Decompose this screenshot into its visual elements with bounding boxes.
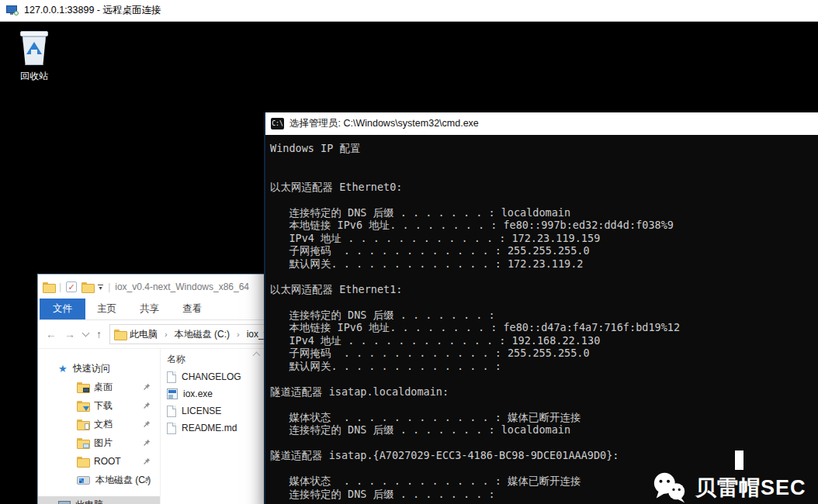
qat-new-folder-icon[interactable] [81,282,93,292]
exe-icon [167,388,178,399]
address-folder-icon [114,330,126,339]
back-arrow-icon[interactable]: ← [46,328,57,340]
recycle-bin-label: 回收站 [9,70,59,83]
sidebar-item-documents[interactable]: 文档 [38,415,160,433]
sidebar-item-pictures[interactable]: 图片 [38,433,160,452]
cmd-icon: C:\ [271,118,284,129]
this-pc-icon [58,501,70,504]
remote-desktop-icon [6,5,19,16]
pin-icon [143,420,151,428]
sidebar-item-this-pc[interactable]: 此电脑 [38,496,160,504]
ipconfig-output: Windows IP 配置 以太网适配器 Ethernet0: 连接特定的 DN… [270,142,818,500]
qat-customize-dropdown-icon[interactable]: ▾ [98,283,103,290]
cmd-window: C:\ 选择管理员: C:\Windows\system32\cmd.exe W… [264,112,818,504]
sidebar-item-local-disk-c[interactable]: 本地磁盘 (C:) [38,471,160,489]
downloads-folder-icon [77,401,88,410]
sidebar-item-root[interactable]: ROOT [38,452,160,471]
sidebar-item-downloads[interactable]: 下载 [38,396,160,415]
root-folder-icon [77,457,88,466]
tab-home[interactable]: 主页 [85,299,128,319]
file-name: LICENSE [182,406,221,416]
cmd-window-title: 选择管理员: C:\Windows\system32\cmd.exe [289,117,479,130]
wechat-icon [652,471,688,504]
quick-access-star-icon: ★ [58,363,68,375]
sidebar-item-label: ROOT [94,456,121,467]
breadcrumb-local-disk-c[interactable]: 本地磁盘 (C:) [175,328,230,341]
sidebar-item-label: 文档 [94,418,113,431]
breadcrumb-separator: › [234,330,243,339]
recycle-bin-icon [19,29,50,67]
sort-ascending-chevron-icon [253,352,261,360]
pin-icon [143,402,151,409]
breadcrumb-separator: › [161,330,171,339]
local-disk-icon [77,476,90,485]
pin-icon [143,457,151,465]
sidebar-item-label: 此电脑 [75,499,103,504]
column-header-label: 名称 [167,354,185,364]
qat-check-icon[interactable]: ✓ [66,281,77,292]
rdp-connection-bar: 127.0.0.1:33899 - 远程桌面连接 [0,0,818,22]
file-name: iox.exe [183,388,213,399]
watermark-cursor-bar [735,450,743,470]
tab-share[interactable]: 共享 [128,299,171,319]
file-icon [167,406,176,417]
explorer-sidebar: ★ 快速访问 桌面 下载 文档 [38,349,160,504]
sidebar-item-label: 下载 [94,399,113,413]
file-icon [167,423,176,434]
watermark-text: 贝雷帽SEC [695,474,806,502]
file-name: README.md [182,423,237,433]
recycle-bin-shortcut[interactable]: 回收站 [9,29,59,83]
rdp-title: 127.0.0.1:33899 - 远程桌面连接 [24,4,161,17]
desktop-folder-icon [77,382,88,392]
pin-icon [143,476,151,484]
cmd-console-output-area[interactable]: Windows IP 配置 以太网适配器 Ethernet0: 连接特定的 DN… [265,135,818,504]
desktop[interactable]: 回收站 | ✓ ▾ | iox_v0.4-next_Windows_x86_64… [0,22,818,504]
pin-icon [143,439,151,447]
separator: | [108,281,110,292]
file-icon [167,371,176,383]
sidebar-item-quick-access[interactable]: ★ 快速访问 [38,359,160,378]
pictures-folder-icon [77,438,88,447]
sidebar-item-label: 快速访问 [73,362,110,375]
watermark: 贝雷帽SEC [652,471,806,504]
sidebar-item-label: 图片 [94,437,113,450]
tab-view[interactable]: 查看 [171,299,213,319]
documents-folder-icon [77,419,88,429]
up-arrow-icon[interactable]: ↑ [96,328,102,340]
file-name: CHANGELOG [182,371,241,382]
sidebar-item-desktop[interactable]: 桌面 [38,378,160,396]
explorer-window-title: iox_v0.4-next_Windows_x86_64 [115,281,249,292]
cmd-titlebar[interactable]: C:\ 选择管理员: C:\Windows\system32\cmd.exe [265,112,818,135]
tab-file[interactable]: 文件 [40,299,85,319]
recent-locations-chevron-icon[interactable] [82,329,90,337]
breadcrumb-this-pc[interactable]: 此电脑 [130,328,158,341]
sidebar-item-label: 桌面 [94,381,113,394]
separator: | [59,281,61,292]
pin-icon [143,383,151,391]
forward-arrow-icon[interactable]: → [64,328,75,340]
explorer-window-icon [43,282,54,292]
